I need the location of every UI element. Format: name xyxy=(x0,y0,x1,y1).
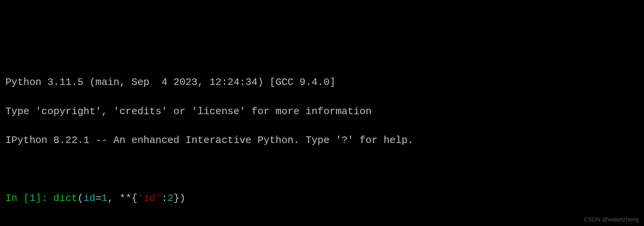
code-eq: = xyxy=(95,193,102,204)
code-colon: : xyxy=(162,193,168,204)
code-paren-open: ( xyxy=(77,193,83,204)
prompt-close: ]: xyxy=(35,193,53,204)
blank-line xyxy=(5,163,639,177)
code-dict: dict xyxy=(53,193,77,204)
prompt-num: 1 xyxy=(29,193,35,204)
python-version-line: Python 3.11.5 (main, Sep 4 2023, 12:24:3… xyxy=(5,75,639,90)
code-paren-close: ) xyxy=(180,193,186,204)
prompt-in: In [ xyxy=(5,193,29,204)
code-two: 2 xyxy=(167,193,174,204)
input-line[interactable]: In [1]: dict(id=1, **{'id':2}) xyxy=(5,191,639,206)
code-one: 1 xyxy=(102,193,108,204)
code-comma: , xyxy=(107,193,119,204)
code-id-str: 'id' xyxy=(137,193,161,204)
watermark: CSDN @waketzheng xyxy=(584,215,639,224)
code-id: id xyxy=(83,193,95,204)
code-starstar: ** xyxy=(120,193,132,204)
terminal-output: Python 3.11.5 (main, Sep 4 2023, 12:24:3… xyxy=(5,61,639,226)
code-brace-open: { xyxy=(132,193,138,204)
separator-line: ----------------------------------------… xyxy=(5,220,639,226)
copyright-line: Type 'copyright', 'credits' or 'license'… xyxy=(5,105,639,119)
ipython-line: IPython 8.22.1 -- An enhanced Interactiv… xyxy=(5,133,639,148)
code-brace-close: } xyxy=(174,193,180,204)
